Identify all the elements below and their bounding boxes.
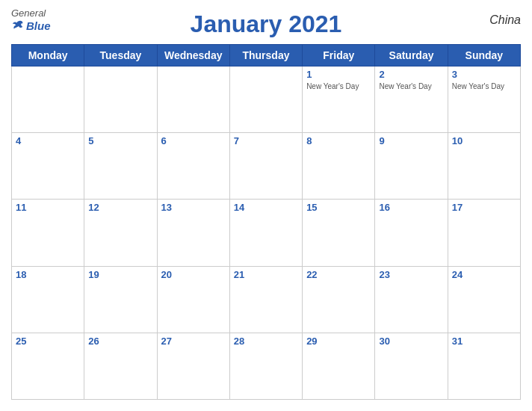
- day-number: 31: [452, 336, 516, 347]
- calendar-cell: 14: [229, 200, 302, 266]
- country-label: China: [489, 13, 521, 27]
- day-number: 13: [161, 202, 226, 213]
- day-number: 15: [306, 202, 371, 213]
- calendar-cell: 21: [229, 266, 302, 333]
- calendar-cell: 6: [157, 133, 229, 200]
- logo-blue-text: Blue: [26, 19, 51, 32]
- day-number: 7: [234, 135, 298, 146]
- header-friday: Friday: [303, 45, 375, 67]
- day-number: 6: [161, 135, 226, 146]
- calendar-wrapper: General Blue January 2021 China Monday T…: [0, 0, 532, 411]
- day-number: 9: [379, 135, 443, 146]
- calendar-cell: 17: [448, 200, 520, 266]
- calendar-cell: 15: [303, 200, 375, 266]
- day-number: 1: [306, 69, 371, 80]
- calendar-week-row: 11121314151617: [12, 200, 521, 266]
- logo: General Blue: [11, 7, 51, 32]
- day-number: 25: [16, 336, 80, 347]
- day-number: 5: [88, 135, 152, 146]
- calendar-cell: 23: [375, 266, 448, 333]
- calendar-cell: 29: [303, 333, 375, 399]
- day-number: 10: [452, 135, 516, 146]
- calendar-cell: 5: [84, 133, 157, 200]
- day-number: 16: [379, 202, 443, 213]
- header-saturday: Saturday: [375, 45, 448, 67]
- calendar-cell: [157, 67, 229, 133]
- day-number: 14: [234, 202, 298, 213]
- calendar-header: General Blue January 2021 China: [11, 7, 521, 38]
- logo-blue-area: Blue: [11, 19, 51, 32]
- calendar-cell: 2New Year's Day: [375, 67, 448, 133]
- day-number: 3: [452, 69, 516, 80]
- calendar-cell: 8: [303, 133, 375, 200]
- calendar-cell: 28: [229, 333, 302, 399]
- calendar-cell: 3New Year's Day: [448, 67, 520, 133]
- day-number: 2: [379, 69, 443, 80]
- day-number: 20: [161, 269, 226, 280]
- day-number: 18: [16, 269, 80, 280]
- calendar-cell: 16: [375, 200, 448, 266]
- weekday-header-row: Monday Tuesday Wednesday Thursday Friday…: [12, 45, 521, 67]
- day-number: 29: [306, 336, 371, 347]
- calendar-cell: 18: [12, 266, 84, 333]
- header-thursday: Thursday: [229, 45, 302, 67]
- day-number: 30: [379, 336, 443, 347]
- calendar-cell: 7: [229, 133, 302, 200]
- calendar-cell: 13: [157, 200, 229, 266]
- calendar-cell: [84, 67, 157, 133]
- day-number: 19: [88, 269, 152, 280]
- day-number: 8: [306, 135, 371, 146]
- header-wednesday: Wednesday: [157, 45, 229, 67]
- calendar-cell: 24: [448, 266, 520, 333]
- calendar-cell: 20: [157, 266, 229, 333]
- calendar-table: Monday Tuesday Wednesday Thursday Friday…: [11, 44, 521, 400]
- calendar-cell: 27: [157, 333, 229, 399]
- holiday-label: New Year's Day: [306, 81, 371, 91]
- header-monday: Monday: [12, 45, 84, 67]
- day-number: 12: [88, 202, 152, 213]
- header-tuesday: Tuesday: [84, 45, 157, 67]
- calendar-title: January 2021: [191, 10, 342, 38]
- day-number: 28: [234, 336, 298, 347]
- calendar-cell: [229, 67, 302, 133]
- calendar-cell: 19: [84, 266, 157, 333]
- day-number: 22: [306, 269, 371, 280]
- calendar-cell: [12, 67, 84, 133]
- holiday-label: New Year's Day: [452, 81, 516, 91]
- day-number: 24: [452, 269, 516, 280]
- day-number: 17: [452, 202, 516, 213]
- logo-general-text: General: [11, 7, 46, 19]
- calendar-cell: 4: [12, 133, 84, 200]
- calendar-week-row: 18192021222324: [12, 266, 521, 333]
- calendar-week-row: 1New Year's Day2New Year's Day3New Year'…: [12, 67, 521, 133]
- day-number: 23: [379, 269, 443, 280]
- calendar-week-row: 25262728293031: [12, 333, 521, 399]
- day-number: 11: [16, 202, 80, 213]
- logo-bird-icon: [11, 19, 25, 32]
- calendar-cell: 30: [375, 333, 448, 399]
- calendar-cell: 22: [303, 266, 375, 333]
- calendar-cell: 11: [12, 200, 84, 266]
- calendar-cell: 31: [448, 333, 520, 399]
- calendar-week-row: 45678910: [12, 133, 521, 200]
- calendar-cell: 25: [12, 333, 84, 399]
- calendar-cell: 1New Year's Day: [303, 67, 375, 133]
- day-number: 27: [161, 336, 226, 347]
- calendar-cell: 26: [84, 333, 157, 399]
- calendar-cell: 12: [84, 200, 157, 266]
- day-number: 21: [234, 269, 298, 280]
- day-number: 26: [88, 336, 152, 347]
- calendar-cell: 10: [448, 133, 520, 200]
- holiday-label: New Year's Day: [379, 81, 443, 91]
- day-number: 4: [16, 135, 80, 146]
- calendar-cell: 9: [375, 133, 448, 200]
- header-sunday: Sunday: [448, 45, 520, 67]
